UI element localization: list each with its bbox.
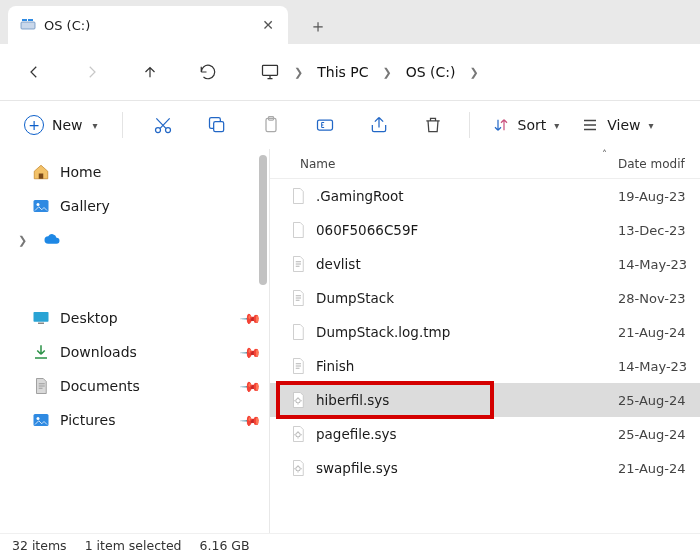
separator bbox=[469, 112, 470, 138]
cloud-icon bbox=[43, 231, 61, 249]
file-icon bbox=[288, 357, 308, 375]
pin-icon[interactable]: 📌 bbox=[239, 374, 262, 397]
svg-point-4 bbox=[155, 128, 160, 133]
breadcrumb-drive[interactable]: OS (C:) bbox=[406, 64, 456, 80]
tab-active[interactable]: OS (C:) ✕ bbox=[8, 6, 288, 44]
toolbar: + New ▾ Sort ▾ View ▾ bbox=[0, 101, 700, 149]
view-button[interactable]: View ▾ bbox=[575, 112, 659, 138]
file-icon bbox=[288, 255, 308, 273]
file-area: Name ˄ Date modif .GamingRoot19-Aug-2306… bbox=[270, 149, 700, 533]
download-icon bbox=[32, 343, 50, 361]
chevron-down-icon: ▾ bbox=[649, 120, 654, 131]
file-name: devlist bbox=[316, 256, 618, 272]
breadcrumb-thispc[interactable]: This PC bbox=[317, 64, 368, 80]
up-button[interactable] bbox=[136, 58, 164, 86]
sidebar-item-home[interactable]: Home bbox=[16, 155, 259, 189]
monitor-icon[interactable] bbox=[260, 62, 280, 82]
paste-button[interactable] bbox=[251, 105, 291, 145]
file-icon bbox=[288, 425, 308, 443]
svg-point-12 bbox=[37, 203, 40, 206]
tab-bar: OS (C:) ✕ ＋ bbox=[0, 0, 700, 44]
file-name: DumpStack.log.tmp bbox=[316, 324, 618, 340]
file-date: 25-Aug-24 bbox=[618, 427, 700, 442]
cut-button[interactable] bbox=[143, 105, 183, 145]
file-row[interactable]: DumpStack.log.tmp21-Aug-24 bbox=[270, 315, 700, 349]
file-date: 25-Aug-24 bbox=[618, 393, 700, 408]
home-icon bbox=[32, 163, 50, 181]
tab-title: OS (C:) bbox=[44, 18, 252, 33]
svg-rect-6 bbox=[213, 122, 223, 132]
file-name: Finish bbox=[316, 358, 618, 374]
file-name: hiberfil.sys bbox=[316, 392, 618, 408]
file-name: 060F5066C59F bbox=[316, 222, 618, 238]
chevron-down-icon: ▾ bbox=[554, 120, 559, 131]
pin-icon[interactable]: 📌 bbox=[239, 408, 262, 431]
refresh-button[interactable] bbox=[194, 58, 222, 86]
file-date: 14-May-23 bbox=[618, 257, 700, 272]
sidebar-item-onedrive[interactable]: ❯ bbox=[16, 223, 259, 257]
status-bar: 32 items 1 item selected 6.16 GB bbox=[0, 533, 700, 557]
view-label: View bbox=[607, 117, 640, 133]
file-row[interactable]: 060F5066C59F13-Dec-23 bbox=[270, 213, 700, 247]
main-area: Home Gallery ❯ Desktop 📌 Downloa bbox=[0, 149, 700, 533]
sidebar-item-desktop[interactable]: Desktop 📌 bbox=[16, 301, 259, 335]
list-icon bbox=[581, 116, 599, 134]
svg-rect-14 bbox=[38, 323, 44, 325]
desktop-icon bbox=[32, 309, 50, 327]
file-date: 21-Aug-24 bbox=[618, 325, 700, 340]
file-list: .GamingRoot19-Aug-23060F5066C59F13-Dec-2… bbox=[270, 179, 700, 533]
file-name: pagefile.sys bbox=[316, 426, 618, 442]
rename-button[interactable] bbox=[305, 105, 345, 145]
new-tab-button[interactable]: ＋ bbox=[300, 8, 336, 44]
file-row[interactable]: pagefile.sys25-Aug-24 bbox=[270, 417, 700, 451]
file-date: 21-Aug-24 bbox=[618, 461, 700, 476]
close-icon[interactable]: ✕ bbox=[260, 17, 276, 33]
new-button[interactable]: + New ▾ bbox=[16, 111, 106, 139]
pin-icon[interactable]: 📌 bbox=[239, 340, 262, 363]
svg-rect-3 bbox=[263, 65, 278, 75]
file-row[interactable]: .GamingRoot19-Aug-23 bbox=[270, 179, 700, 213]
delete-button[interactable] bbox=[413, 105, 453, 145]
copy-button[interactable] bbox=[197, 105, 237, 145]
sort-button[interactable]: Sort ▾ bbox=[486, 112, 566, 138]
sort-label: Sort bbox=[518, 117, 547, 133]
svg-rect-0 bbox=[21, 22, 35, 29]
sidebar-scrollbar[interactable] bbox=[259, 155, 267, 285]
sidebar-item-downloads[interactable]: Downloads 📌 bbox=[16, 335, 259, 369]
gallery-icon bbox=[32, 197, 50, 215]
file-row[interactable]: Finish14-May-23 bbox=[270, 349, 700, 383]
sidebar-label-home: Home bbox=[60, 164, 101, 180]
file-row[interactable]: devlist14-May-23 bbox=[270, 247, 700, 281]
column-name[interactable]: Name bbox=[300, 157, 335, 171]
forward-button[interactable] bbox=[78, 58, 106, 86]
sidebar: Home Gallery ❯ Desktop 📌 Downloa bbox=[0, 149, 270, 533]
pin-icon[interactable]: 📌 bbox=[239, 306, 262, 329]
svg-rect-10 bbox=[39, 174, 44, 179]
back-button[interactable] bbox=[20, 58, 48, 86]
drive-icon bbox=[20, 17, 36, 33]
sidebar-item-pictures[interactable]: Pictures 📌 bbox=[16, 403, 259, 437]
file-row[interactable]: swapfile.sys21-Aug-24 bbox=[270, 451, 700, 485]
pictures-icon bbox=[32, 411, 50, 429]
column-date[interactable]: Date modif bbox=[618, 157, 700, 171]
sidebar-label-desktop: Desktop bbox=[60, 310, 118, 326]
nav-bar: ❯ This PC ❯ OS (C:) ❯ bbox=[0, 44, 700, 100]
sidebar-item-documents[interactable]: Documents 📌 bbox=[16, 369, 259, 403]
sidebar-label-downloads: Downloads bbox=[60, 344, 137, 360]
svg-point-16 bbox=[37, 417, 40, 420]
sidebar-label-documents: Documents bbox=[60, 378, 140, 394]
column-header: Name ˄ Date modif bbox=[270, 149, 700, 179]
sidebar-item-gallery[interactable]: Gallery bbox=[16, 189, 259, 223]
separator bbox=[122, 112, 123, 138]
share-button[interactable] bbox=[359, 105, 399, 145]
svg-rect-9 bbox=[317, 120, 332, 130]
chevron-right-icon[interactable]: ❯ bbox=[294, 66, 303, 79]
chevron-right-icon[interactable]: ❯ bbox=[383, 66, 392, 79]
chevron-right-icon[interactable]: ❯ bbox=[470, 66, 479, 79]
sort-icon bbox=[492, 116, 510, 134]
file-row[interactable]: DumpStack28-Nov-23 bbox=[270, 281, 700, 315]
documents-icon bbox=[32, 377, 50, 395]
file-row[interactable]: hiberfil.sys25-Aug-24 bbox=[270, 383, 700, 417]
chevron-right-icon[interactable]: ❯ bbox=[18, 234, 27, 247]
file-icon bbox=[288, 391, 308, 409]
